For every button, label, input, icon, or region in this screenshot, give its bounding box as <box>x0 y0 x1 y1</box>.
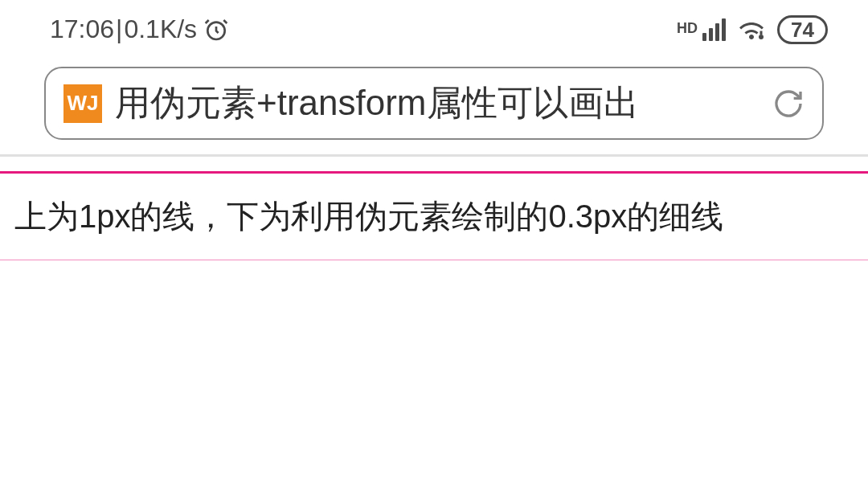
hd-signal-indicator: HD <box>677 18 726 41</box>
hd-label: HD <box>677 20 698 37</box>
status-left: 17:06 | 0.1K/s <box>50 14 229 44</box>
battery-level: 74 <box>791 19 814 40</box>
wifi-icon <box>737 17 766 43</box>
alarm-icon <box>203 17 229 43</box>
status-right: HD 74 <box>677 15 828 44</box>
thin-line-03px <box>0 260 868 260</box>
signal-bars-icon <box>702 18 726 41</box>
favicon-text: WJ <box>68 91 99 116</box>
status-bar: 17:06 | 0.1K/s HD <box>0 0 868 59</box>
favicon: WJ <box>63 84 102 123</box>
status-separator: | <box>116 14 122 44</box>
url-bar[interactable]: WJ 用伪元素+transform属性可以画出 <box>44 67 824 140</box>
content-area: 上为1px的线，下为利用伪元素绘制的0.3px的细线 <box>0 154 868 260</box>
status-time: 17:06 <box>50 14 114 44</box>
svg-point-1 <box>759 35 764 39</box>
reload-icon[interactable] <box>772 88 805 120</box>
page-title: 用伪元素+transform属性可以画出 <box>115 80 750 127</box>
status-speed: 0.1K/s <box>124 14 197 44</box>
battery-indicator: 74 <box>777 15 828 44</box>
caption-text: 上为1px的线，下为利用伪元素绘制的0.3px的细线 <box>0 174 868 260</box>
url-bar-container: WJ 用伪元素+transform属性可以画出 <box>0 59 868 154</box>
